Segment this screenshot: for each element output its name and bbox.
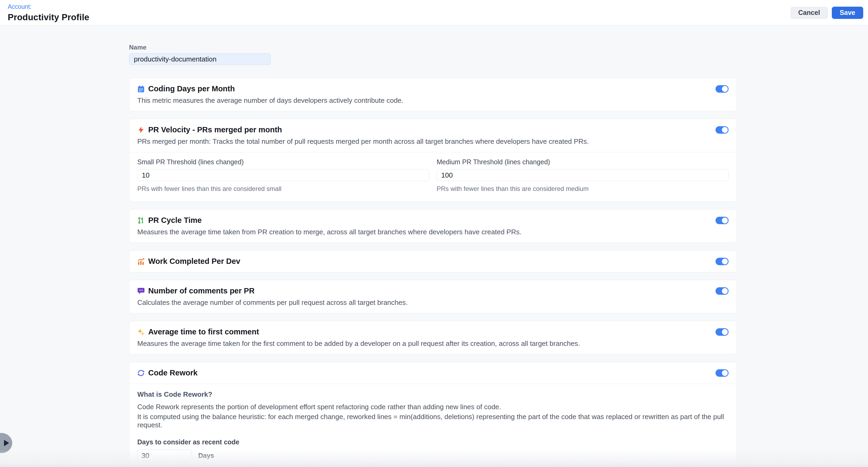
metric-card-time-to-first-comment: Average time to first comment Measures t… [129,321,737,354]
profile-name-input[interactable] [129,53,271,65]
card-divider [129,384,737,384]
work-completed-toggle[interactable] [716,258,728,265]
breadcrumb[interactable]: Account: [8,3,89,10]
save-button[interactable]: Save [832,7,863,19]
medium-pr-threshold-helper: PRs with fewer lines than this are consi… [437,185,728,193]
coding-days-toggle[interactable] [716,85,728,93]
profile-name-section: Name [129,43,737,65]
metric-title: Number of comments per PR [148,287,255,295]
top-header-bar: Account: Productivity Profile Cancel Sav… [0,0,868,26]
medium-pr-threshold-input[interactable] [437,169,728,181]
code-rework-toggle[interactable] [716,369,728,377]
recent-code-days-input[interactable] [137,450,192,461]
metric-title: PR Cycle Time [148,216,202,225]
pr-cycle-time-toggle[interactable] [716,217,728,224]
code-rework-question-heading: What is Code Rework? [137,390,728,399]
medium-pr-threshold-field: Medium PR Threshold (lines changed) PRs … [437,158,728,193]
comment-icon [137,287,145,295]
metric-card-pr-velocity: PR Velocity - PRs merged per month PRs m… [129,119,737,202]
metric-title: Work Completed Per Dev [148,257,240,266]
git-pull-request-icon [137,217,145,224]
recent-code-days-label: Days to consider as recent code [137,438,728,446]
bar-chart-icon [137,258,145,265]
expand-arrow-icon [4,440,9,446]
pr-velocity-toggle[interactable] [716,126,728,134]
cancel-button[interactable]: Cancel [790,7,828,19]
metric-card-code-rework: Code Rework What is Code Rework? Code Re… [129,362,737,467]
metric-description: This metric measures the average number … [137,96,728,105]
metric-card-pr-cycle-time: PR Cycle Time Measures the average time … [129,209,737,243]
code-rework-explanation-2: It is computed using the balance heurist… [137,413,728,429]
main-content: Name Coding Days per Month This metric m… [0,26,868,467]
rework-icon [137,369,145,377]
metric-title: PR Velocity - PRs merged per month [148,125,282,134]
metric-title: Average time to first comment [148,327,259,336]
small-pr-threshold-label: Small PR Threshold (lines changed) [137,158,429,166]
time-to-first-comment-toggle[interactable] [716,328,728,336]
header-title-block: Account: Productivity Profile [8,3,89,22]
metric-card-work-completed: Work Completed Per Dev [129,250,737,272]
metric-description: Calculates the average number of comment… [137,298,728,307]
small-pr-threshold-field: Small PR Threshold (lines changed) PRs w… [137,158,429,193]
calendar-icon [137,85,145,93]
code-rework-explanation-1: Code Rework represents the portion of de… [137,403,728,411]
comments-per-pr-toggle[interactable] [716,287,728,295]
metric-title: Code Rework [148,369,197,377]
metric-description: PRs merged per month: Tracks the total n… [137,137,728,146]
lightning-icon [137,126,145,134]
small-pr-threshold-input[interactable] [137,169,429,181]
metric-title: Coding Days per Month [148,84,235,93]
header-actions: Cancel Save [790,7,863,19]
metric-description: Measures the average time taken for the … [137,340,728,348]
page-title: Productivity Profile [8,12,89,22]
name-label: Name [129,43,737,51]
metric-card-comments-per-pr: Number of comments per PR Calculates the… [129,280,737,313]
medium-pr-threshold-label: Medium PR Threshold (lines changed) [437,158,728,166]
days-unit-label: Days [198,452,214,460]
sparkles-icon [137,328,145,336]
metric-description: Measures the average time taken from PR … [137,228,728,236]
small-pr-threshold-helper: PRs with fewer lines than this are consi… [137,185,429,193]
metric-card-coding-days: Coding Days per Month This metric measur… [129,78,737,111]
